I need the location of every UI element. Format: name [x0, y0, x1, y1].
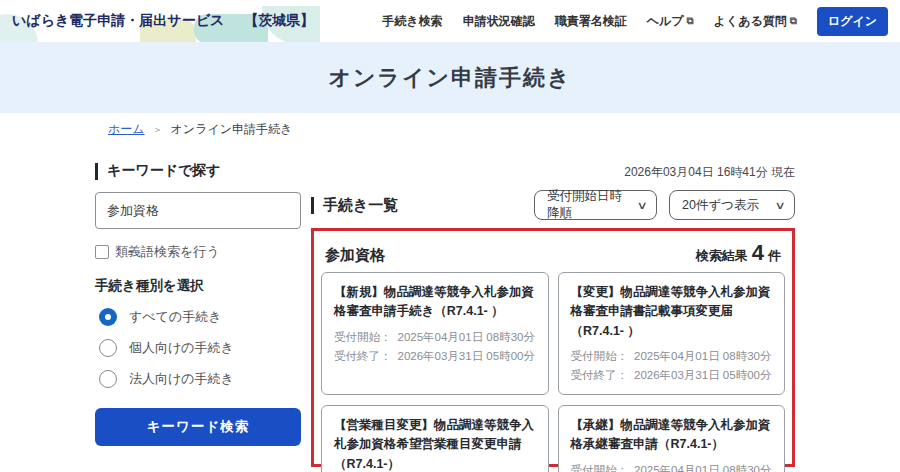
radio-button-icon[interactable]: [99, 370, 117, 388]
synonym-search-checkbox[interactable]: 類義語検索を行う: [95, 243, 301, 261]
radio-individual-procedures[interactable]: 個人向けの手続き: [95, 339, 301, 357]
procedure-cards-grid: 【新規】物品調達等競争入札参加資格審査申請手続き（R7.4.1- ） 受付開始：…: [321, 272, 785, 472]
breadcrumb-home-link[interactable]: ホーム: [108, 121, 145, 138]
radio-label: 法人向けの手続き: [129, 370, 234, 388]
radio-button-icon[interactable]: [99, 308, 117, 326]
results-section: 2026年03月04日 16時41分 現在 手続き一覧 受付開始日時 降順 ∨ …: [311, 162, 795, 472]
synonym-checkbox-label: 類義語検索を行う: [115, 243, 220, 261]
radio-corporate-procedures[interactable]: 法人向けの手続き: [95, 370, 301, 388]
procedure-title: 【営業種目変更】物品調達等競争入札参加資格希望営業種目変更申請（R7.4.1-）: [334, 416, 536, 472]
nav-faq[interactable]: よくある質問 ⧉: [714, 13, 797, 30]
procedure-card[interactable]: 【変更】物品調達等競争入札参加資格審査申請書記載事項変更届（R7.4.1- ） …: [558, 272, 786, 395]
checkbox-icon[interactable]: [95, 245, 109, 259]
procedure-list-heading: 手続き一覧: [311, 196, 398, 215]
keyword-input[interactable]: [95, 192, 301, 229]
current-timestamp: 2026年03月04日 16時41分 現在: [311, 162, 795, 181]
procedure-title: 【承継】物品調達等競争入札参加資格承継審査申請（R7.4.1-）: [571, 416, 773, 455]
radio-label: すべての手続き: [129, 308, 222, 326]
keyword-section-heading: キーワードで探す: [95, 162, 301, 180]
heading-bar: [311, 197, 314, 214]
search-results-panel: 参加資格 検索結果 4 件 【新規】物品調達等競争入札参加資格審査申請手続き（R…: [311, 228, 795, 467]
page-size-select[interactable]: 20件ずつ表示 ∨: [669, 190, 795, 220]
procedure-title: 【新規】物品調達等競争入札参加資格審査申請手続き（R7.4.1- ）: [334, 283, 536, 322]
nav-help[interactable]: ヘルプ ⧉: [647, 13, 694, 30]
title-band: オンライン申請手続き: [0, 42, 900, 113]
procedure-type-heading: 手続き種別を選択: [95, 277, 301, 295]
nav-signature-verification[interactable]: 職責署名検証: [555, 13, 627, 30]
chevron-down-icon: ∨: [774, 199, 785, 212]
radio-label: 個人向けの手続き: [129, 339, 234, 357]
chevron-down-icon: ∨: [636, 199, 647, 212]
breadcrumb: ホーム ＞ オンライン申請手続き: [0, 113, 900, 144]
list-header: 手続き一覧 受付開始日時 降順 ∨ 20件ずつ表示 ∨: [311, 190, 795, 220]
procedure-dates: 受付開始：2025年04月01日 08時30分 受付終了：2026年03月31日…: [571, 347, 773, 385]
procedure-card[interactable]: 【承継】物品調達等競争入札参加資格承継審査申請（R7.4.1-） 受付開始：20…: [558, 405, 786, 472]
procedure-card[interactable]: 【新規】物品調達等競争入札参加資格審査申請手続き（R7.4.1- ） 受付開始：…: [321, 272, 549, 395]
service-name: いばらき電子申請・届出サービス: [12, 12, 224, 30]
nav-procedure-search[interactable]: 手続き検索: [382, 13, 442, 30]
radio-button-icon[interactable]: [99, 339, 117, 357]
procedure-dates: 受付開始：2025年04月01日 08時30分 受付終了：2026年03月31日…: [571, 461, 773, 472]
breadcrumb-separator: ＞: [153, 123, 163, 137]
radio-all-procedures[interactable]: すべての手続き: [95, 308, 301, 326]
result-count-number: 4: [752, 240, 764, 266]
search-sidebar: キーワードで探す 類義語検索を行う 手続き種別を選択 すべての手続き 個人向けの…: [95, 162, 301, 472]
procedure-card[interactable]: 【営業種目変更】物品調達等競争入札参加資格希望営業種目変更申請（R7.4.1-）…: [321, 405, 549, 472]
result-count: 検索結果 4 件: [696, 240, 781, 266]
results-panel-header: 参加資格 検索結果 4 件: [321, 238, 785, 272]
page-title: オンライン申請手続き: [328, 63, 571, 93]
keyword-search-button[interactable]: キーワード検索: [95, 408, 301, 446]
sort-order-select[interactable]: 受付開始日時 降順 ∨: [534, 190, 657, 220]
main-content: キーワードで探す 類義語検索を行う 手続き種別を選択 すべての手続き 個人向けの…: [0, 144, 900, 472]
external-link-icon: ⧉: [790, 16, 797, 26]
prefecture-name: 【茨城県】: [244, 12, 314, 30]
breadcrumb-current: オンライン申請手続き: [171, 121, 293, 138]
procedure-title: 【変更】物品調達等競争入札参加資格審査申請書記載事項変更届（R7.4.1- ）: [571, 283, 773, 341]
nav-application-status[interactable]: 申請状況確認: [463, 13, 535, 30]
procedure-dates: 受付開始：2025年04月01日 08時30分 受付終了：2026年03月31日…: [334, 328, 536, 366]
external-link-icon: ⧉: [686, 16, 693, 26]
result-group-title: 参加資格: [325, 246, 385, 265]
header: いばらき電子申請・届出サービス 【茨城県】 手続き検索 申請状況確認 職責署名検…: [0, 0, 900, 42]
heading-bar: [95, 163, 98, 180]
header-nav: 手続き検索 申請状況確認 職責署名検証 ヘルプ ⧉ よくある質問 ⧉ ログイン: [382, 7, 888, 36]
login-button[interactable]: ログイン: [817, 7, 888, 36]
service-logo[interactable]: いばらき電子申請・届出サービス 【茨城県】: [12, 12, 314, 30]
